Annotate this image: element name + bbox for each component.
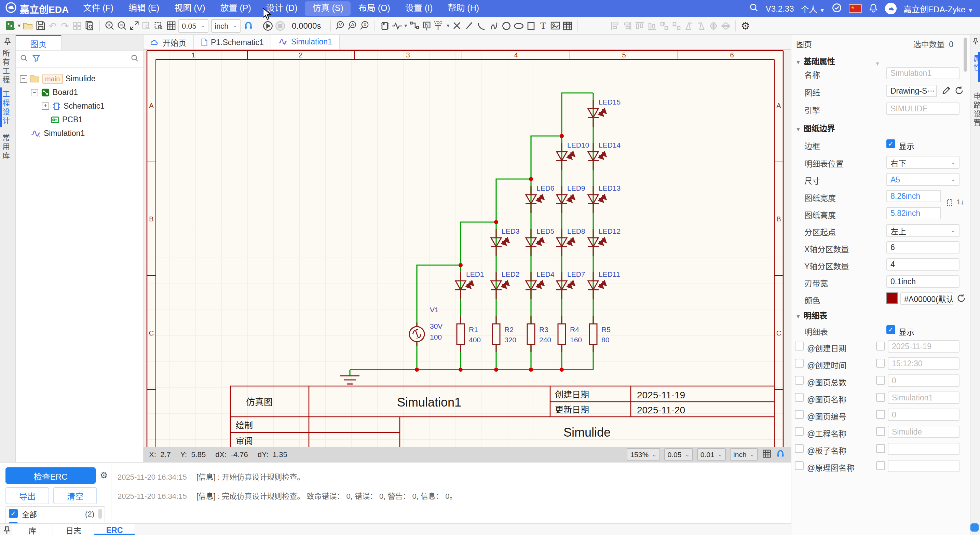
redo-icon[interactable]: ↷ — [59, 19, 71, 32]
doc-tab-start-page[interactable]: 开始页 — [143, 35, 194, 49]
place-ellipse-icon[interactable] — [512, 19, 525, 32]
y-zones-input[interactable]: 4 — [886, 258, 959, 271]
stop-simulation-icon[interactable] — [274, 19, 286, 32]
project-search-input[interactable] — [45, 54, 126, 64]
zoom-level-select[interactable]: 153%⌄ — [627, 448, 660, 460]
bottom-tab-log[interactable]: 日志 — [53, 524, 94, 535]
width-input[interactable]: 8.26inch — [886, 190, 941, 202]
drawing-input[interactable]: Drawing-S⋯ — [886, 85, 937, 97]
distribute-vertical-icon[interactable] — [670, 19, 682, 32]
place-power-flag-icon[interactable]: VCC — [433, 19, 445, 32]
current-probe-icon[interactable]: A — [346, 19, 358, 32]
attr-value-input[interactable] — [888, 460, 959, 472]
attr-checkbox[interactable] — [795, 427, 804, 436]
attr-value-input[interactable]: 2025-11-19 — [888, 340, 959, 352]
cloud-sync-icon[interactable] — [832, 2, 842, 15]
color-input[interactable]: #A00000(默认) — [900, 292, 953, 305]
place-circle-icon[interactable] — [500, 19, 512, 32]
place-rectangle-icon[interactable] — [525, 19, 537, 32]
attr-value-checkbox[interactable] — [876, 427, 885, 436]
bom-show-checkbox[interactable]: ✓ — [886, 325, 895, 334]
swap-orientation-icon[interactable] — [945, 198, 954, 208]
snap-magnet-icon[interactable] — [242, 19, 254, 32]
refresh-icon[interactable] — [955, 86, 964, 96]
undo-icon[interactable]: ↶ — [46, 19, 59, 32]
size-select[interactable]: A5⌄ — [886, 173, 959, 186]
snap-magnet-status-icon[interactable] — [776, 449, 785, 460]
place-power-caret-icon[interactable]: ▼ — [445, 19, 451, 32]
doc-tab-schematic1[interactable]: P1.Schematic1 — [194, 35, 271, 49]
place-image-icon[interactable] — [549, 19, 562, 32]
grid-size-select[interactable]: 0.05⌄ — [178, 19, 208, 32]
check-erc-button[interactable]: 检查ERC — [5, 467, 95, 484]
voltage-probe-icon[interactable]: V — [334, 19, 346, 32]
margin-input[interactable]: 0.1inch — [886, 275, 959, 288]
zoom-selection-icon[interactable] — [153, 19, 165, 32]
align-left-icon[interactable] — [609, 19, 621, 32]
attr-value-checkbox[interactable] — [876, 410, 885, 419]
height-input[interactable]: 5.82inch — [886, 207, 941, 219]
zoom-window-icon[interactable] — [140, 19, 153, 32]
right-tab-properties[interactable]: 属性 — [971, 55, 980, 72]
align-bottom-icon[interactable] — [646, 19, 658, 32]
sort-dimensions-icon[interactable]: 1↓ — [957, 198, 964, 206]
export-button[interactable]: 导出 — [5, 487, 49, 504]
edit-pencil-icon[interactable] — [942, 86, 951, 96]
expand-toggle-icon[interactable]: + — [42, 102, 49, 110]
search-submit-icon[interactable] — [130, 54, 139, 64]
place-waveform-caret-icon[interactable]: ▼ — [403, 19, 408, 32]
panel-scrollbar[interactable] — [964, 38, 967, 72]
erc-filter-all[interactable]: ✓ 全部 (2) — [6, 507, 105, 520]
menu-settings[interactable]: 设置 (I) — [398, 0, 441, 17]
menu-help[interactable]: 帮助 (H) — [440, 0, 487, 17]
new-document-icon[interactable] — [4, 19, 16, 32]
attr-value-checkbox[interactable] — [876, 376, 885, 385]
right-tab-circuit-settings[interactable]: 电路设置 — [971, 92, 980, 128]
attr-checkbox[interactable] — [795, 444, 804, 453]
place-line-icon[interactable] — [463, 19, 475, 32]
rotate-cw-icon[interactable] — [695, 19, 707, 32]
attr-value-input[interactable] — [888, 443, 959, 455]
attr-value-input[interactable]: 15:12:30 — [888, 357, 959, 370]
panel-pin-icon[interactable] — [4, 38, 11, 48]
erc-settings-gear-icon[interactable]: ⚙ — [100, 470, 108, 480]
place-arc-icon[interactable] — [475, 19, 488, 32]
menu-simulation[interactable]: 仿真 (S) — [305, 2, 351, 16]
engine-input[interactable]: SIMULIDE — [886, 103, 959, 115]
x-probe-icon[interactable]: X — [358, 19, 371, 32]
color-swatch[interactable] — [886, 292, 898, 304]
x-zones-input[interactable]: 6 — [886, 241, 959, 254]
unit-status-select[interactable]: inch⌄ — [730, 448, 758, 460]
attr-checkbox[interactable] — [795, 410, 804, 419]
collapse-toggle-icon[interactable]: − — [20, 75, 27, 83]
right-panel-pin-icon[interactable] — [972, 38, 978, 47]
menu-edit[interactable]: 编辑 (E) — [121, 0, 167, 17]
section-basic-props[interactable]: ▼基础属性 — [795, 56, 835, 66]
place-table-icon[interactable] — [562, 19, 574, 32]
border-show-checkbox[interactable]: ✓ — [886, 140, 895, 148]
place-net-label-icon[interactable]: N — [421, 19, 433, 32]
list-scrollbar[interactable] — [99, 509, 102, 518]
attr-checkbox[interactable] — [795, 393, 804, 402]
zoom-in-icon[interactable] — [103, 19, 116, 32]
checkbox-checked-icon[interactable]: ✓ — [9, 509, 18, 518]
attr-value-input[interactable]: Simulide — [888, 425, 959, 438]
attr-value-input[interactable]: 0 — [888, 375, 959, 387]
new-document-caret-icon[interactable]: ▼ — [16, 19, 22, 32]
place-component-icon[interactable] — [378, 19, 391, 32]
tree-item-simulation[interactable]: S Simulation1 — [16, 126, 143, 140]
tree-item-pcb[interactable]: PCB1 — [16, 113, 143, 126]
tree-item-schematic[interactable]: + Schematic1 — [16, 99, 143, 113]
flip-vertical-icon[interactable] — [719, 19, 732, 32]
attr-checkbox[interactable] — [795, 461, 804, 470]
sidebar-tab-project-design[interactable]: 工程设计 — [0, 90, 16, 126]
clear-button[interactable]: 清空 — [53, 487, 97, 504]
find-component-icon[interactable] — [83, 19, 95, 32]
save-icon[interactable] — [34, 19, 46, 32]
menu-layout[interactable]: 布局 (O) — [351, 0, 398, 17]
name-input[interactable]: Simulation1 — [886, 67, 959, 79]
attr-value-checkbox[interactable] — [876, 461, 885, 470]
filter-icon[interactable] — [32, 54, 40, 64]
attr-value-input[interactable]: 0 — [888, 409, 959, 421]
flip-horizontal-icon[interactable] — [707, 19, 719, 32]
